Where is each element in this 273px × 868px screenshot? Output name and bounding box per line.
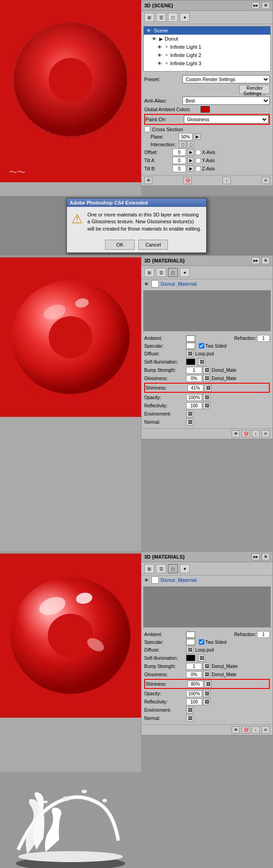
paint-on-dropdown[interactable]: Glossiness [184, 115, 268, 123]
offset-stepper[interactable]: ▶ [187, 149, 194, 155]
bump-map-btn-3[interactable]: 🖼 [203, 663, 210, 670]
y-axis-radio[interactable] [195, 158, 201, 164]
scene-item-donut[interactable]: 👁 ▶ Donut [149, 35, 270, 43]
eye-icon-scene[interactable]: 👁 [146, 27, 152, 34]
scene-item-light2[interactable]: 👁 ☀ Infinite Light 2 [155, 51, 270, 59]
reflectivity-input-3[interactable] [186, 699, 202, 705]
environment-map-btn-2[interactable]: 🖼 [186, 410, 193, 417]
toolbar-mat3-layers-btn[interactable]: ☰ [156, 564, 166, 573]
toolbar-mat-grid-btn[interactable]: ⊞ [144, 268, 154, 277]
dialog-cancel-btn[interactable]: Cancel [138, 240, 168, 250]
footer-btn-4[interactable]: ✕ [262, 177, 270, 184]
scene-item-light3[interactable]: 👁 ☀ Infinite Light 3 [155, 59, 270, 67]
mat-color-box[interactable] [152, 280, 159, 288]
toolbar-mat-layers-btn[interactable]: ☰ [156, 268, 166, 277]
x-axis-radio[interactable] [195, 149, 201, 155]
ambient-swatch-3[interactable] [186, 632, 195, 638]
global-ambient-swatch[interactable] [201, 106, 210, 113]
shininess-map-btn-2[interactable]: 🖼 [204, 384, 212, 391]
intersection-btn2[interactable]: ◻ [187, 141, 194, 148]
two-sided-checkbox-3[interactable] [199, 639, 204, 645]
intersection-btn1[interactable]: ◻ [179, 141, 186, 148]
bump-input-2[interactable] [186, 367, 202, 374]
toolbar-mat3-grid-btn[interactable]: ⊞ [144, 564, 154, 573]
mat3-footer-btn-1[interactable]: 👁 [232, 726, 240, 734]
toolbar-light-btn[interactable]: ✦ [180, 13, 190, 22]
toolbar-mat-light-btn[interactable]: ✦ [180, 268, 190, 277]
opacity-input-3[interactable] [186, 690, 202, 697]
toolbar-layers-btn[interactable]: ☰ [156, 13, 166, 22]
footer-btn-1[interactable]: 👁 [144, 177, 152, 184]
opacity-map-btn-3[interactable]: 🖼 [203, 690, 210, 697]
self-illum-swatch-3[interactable] [186, 655, 195, 661]
z-axis-radio[interactable] [195, 166, 201, 172]
opacity-input-2[interactable] [186, 394, 202, 401]
refraction-input-3[interactable] [257, 631, 270, 638]
tilt-b-input[interactable] [172, 165, 186, 172]
mat-footer-btn-4[interactable]: ✕ [262, 430, 270, 437]
toolbar-mat3-box-btn[interactable]: ◻ [168, 564, 178, 573]
render-settings-btn[interactable]: Render Settings... [239, 85, 270, 94]
glossiness-map-btn-3[interactable]: 🖼 [203, 671, 210, 678]
panel-minimize-btn[interactable]: ▸▸ [252, 2, 260, 9]
diffuse-map-btn-3[interactable]: 🖼 [186, 646, 193, 653]
bump-input-3[interactable] [186, 663, 202, 670]
toolbar-mat3-light-btn[interactable]: ✦ [180, 564, 190, 573]
two-sided-checkbox-2[interactable] [199, 343, 204, 349]
mat-footer-btn-1[interactable]: 👁 [232, 430, 240, 437]
diffuse-map-btn-2[interactable]: 🖼 [186, 350, 193, 357]
shininess-input-3[interactable] [187, 681, 203, 688]
mat3-footer-btn-3[interactable]: ↕ [252, 726, 260, 734]
glossiness-map-btn-2[interactable]: 🖼 [203, 375, 210, 382]
glossiness-input-3[interactable] [186, 671, 202, 678]
normal-map-btn-3[interactable]: 🖼 [186, 714, 193, 722]
specular-swatch-2[interactable] [186, 343, 195, 349]
footer-btn-2[interactable]: 🎯 [183, 177, 192, 184]
glossiness-input-2[interactable] [186, 375, 202, 382]
shininess-input-2[interactable] [187, 385, 203, 391]
mat-eye-icon[interactable]: 👁 [143, 281, 150, 287]
self-illum-swatch-2[interactable] [186, 359, 195, 365]
toolbar-grid-btn[interactable]: ⊞ [144, 13, 154, 22]
mat3-footer-btn-4[interactable]: ✕ [262, 726, 270, 734]
panel-close-btn[interactable]: ✕ [262, 2, 270, 9]
ambient-swatch-2[interactable] [186, 335, 195, 342]
anti-alias-dropdown[interactable]: Best [182, 97, 270, 105]
mat3-footer-btn-2[interactable]: 🎯 [242, 726, 250, 734]
reflectivity-map-btn-3[interactable]: 🖼 [203, 698, 210, 705]
specular-swatch-3[interactable] [186, 639, 195, 645]
mat-eye-icon-3[interactable]: 👁 [143, 577, 150, 583]
toolbar-box-btn[interactable]: ◻ [168, 13, 178, 22]
scene-item-scene[interactable]: 👁 Scene [144, 26, 270, 35]
normal-map-btn-2[interactable]: 🖼 [186, 418, 193, 426]
reflectivity-input-2[interactable] [186, 402, 202, 409]
refraction-input-2[interactable] [257, 335, 270, 342]
tilt-b-stepper[interactable]: ▶ [187, 165, 194, 172]
preset-dropdown[interactable]: Custom Render Settings [182, 75, 270, 83]
scene-item-light1[interactable]: 👁 ☀ Infinite Light 1 [155, 43, 270, 51]
self-illum-map-btn-2[interactable]: 🖼 [198, 358, 205, 365]
eye-icon-light1[interactable]: 👁 [157, 44, 163, 50]
cross-section-checkbox[interactable] [144, 126, 150, 132]
tilt-a-input[interactable] [172, 157, 186, 164]
eye-icon-light2[interactable]: 👁 [157, 52, 163, 58]
eye-icon-light3[interactable]: 👁 [157, 60, 163, 67]
self-illum-map-btn-3[interactable]: 🖼 [198, 654, 205, 662]
bump-map-btn-2[interactable]: 🖼 [203, 366, 210, 374]
tilt-a-stepper[interactable]: ▶ [187, 157, 194, 164]
mat-footer-btn-3[interactable]: ↕ [252, 430, 260, 437]
panel-minimize-btn-mat2[interactable]: ▸▸ [252, 257, 260, 264]
reflectivity-map-btn-2[interactable]: 🖼 [203, 402, 210, 409]
footer-btn-3[interactable]: ↕ [222, 177, 231, 184]
dialog-ok-btn[interactable]: OK [105, 240, 135, 250]
shininess-map-btn-3[interactable]: 🖼 [204, 680, 212, 688]
panel-minimize-btn-mat3[interactable]: ▸▸ [252, 553, 260, 560]
plane-input[interactable] [179, 133, 192, 140]
opacity-map-btn-2[interactable]: 🖼 [203, 394, 210, 401]
offset-input[interactable] [172, 149, 186, 156]
mat-footer-btn-2[interactable]: 🎯 [242, 430, 250, 437]
eye-icon-donut[interactable]: 👁 [151, 36, 157, 42]
plane-stepper[interactable]: ▶ [193, 134, 201, 140]
toolbar-mat-box-btn[interactable]: ◻ [168, 268, 178, 277]
panel-close-btn-mat3[interactable]: ✕ [262, 553, 270, 560]
